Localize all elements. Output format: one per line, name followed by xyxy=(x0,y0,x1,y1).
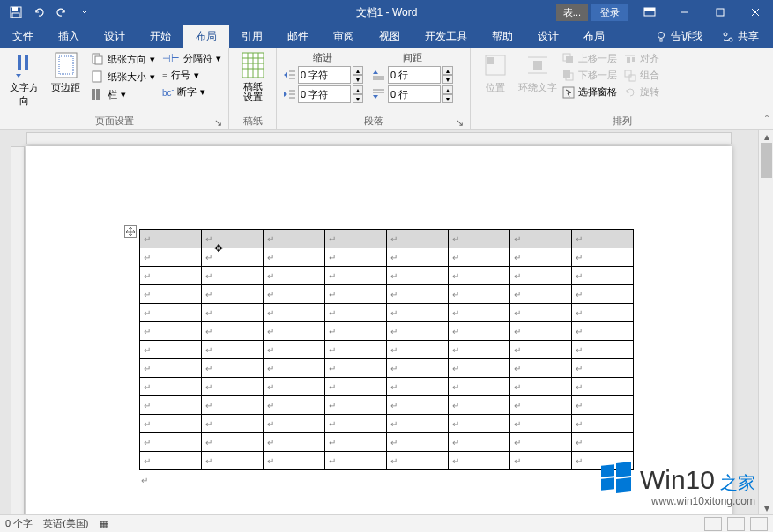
table-cell[interactable]: ↵ xyxy=(572,452,634,470)
spacing-before-down[interactable]: ▼ xyxy=(442,75,453,84)
ribbon-display-options-button[interactable] xyxy=(632,0,667,25)
spacing-after-input[interactable]: 0 行 xyxy=(388,85,441,103)
table-cell[interactable]: ↵ xyxy=(264,359,325,378)
login-button[interactable]: 登录 xyxy=(591,4,628,21)
tab-table-design[interactable]: 设计 xyxy=(525,25,571,48)
table-cell[interactable]: ↵ xyxy=(140,452,202,470)
table-cell[interactable]: ↵ xyxy=(202,378,264,396)
table-cell[interactable]: ↵ xyxy=(387,452,449,470)
table-cell[interactable]: ↵ xyxy=(264,378,325,396)
scroll-thumb[interactable] xyxy=(761,143,772,178)
indent-left-down[interactable]: ▼ xyxy=(353,75,363,84)
table-cell[interactable]: ↵ xyxy=(387,396,449,415)
table-cell[interactable]: ↵ xyxy=(387,433,449,452)
table-cell[interactable]: ↵ xyxy=(449,433,510,452)
table-cell[interactable]: ↵ xyxy=(140,322,202,341)
table-cell[interactable]: ↵ xyxy=(140,341,202,359)
table-cell[interactable]: ↵ xyxy=(510,322,572,341)
table-cell[interactable]: ↵ xyxy=(264,322,325,341)
table-cell[interactable]: ↵ xyxy=(325,452,387,470)
vertical-ruler[interactable] xyxy=(11,146,25,514)
table-cell[interactable]: ↵ xyxy=(387,304,449,322)
spacing-after-up[interactable]: ▲ xyxy=(442,85,453,94)
tab-design[interactable]: 设计 xyxy=(92,25,138,48)
table-cell[interactable]: ↵ xyxy=(572,267,634,285)
table-cell[interactable]: ↵ xyxy=(449,396,510,415)
hyphenation-button[interactable]: bc-断字▾ xyxy=(160,85,223,100)
indent-left-input[interactable]: 0 字符 xyxy=(298,66,351,84)
table-cell[interactable]: ↵ xyxy=(202,248,264,267)
maximize-button[interactable] xyxy=(702,0,738,25)
macro-recording-icon[interactable]: ▦ xyxy=(100,518,108,529)
table-cell[interactable]: ↵ xyxy=(449,452,510,470)
size-button[interactable]: 纸张大小▾ xyxy=(88,69,157,85)
table-cell[interactable]: ↵ xyxy=(325,359,387,378)
table-cell[interactable]: ↵ xyxy=(264,267,325,285)
table-row[interactable]: ↵↵↵↵↵↵↵↵ xyxy=(140,378,634,396)
table-cell[interactable]: ↵ xyxy=(510,285,572,304)
redo-button[interactable] xyxy=(51,2,72,23)
table-row[interactable]: ↵↵↵↵↵↵↵↵ xyxy=(140,230,634,248)
print-layout-button[interactable] xyxy=(727,517,745,531)
table-cell[interactable]: ↵ xyxy=(572,359,634,378)
table-cell[interactable]: ↵ xyxy=(140,304,202,322)
table-cell[interactable]: ↵ xyxy=(572,230,634,248)
table-cell[interactable]: ↵ xyxy=(572,433,634,452)
indent-left-up[interactable]: ▲ xyxy=(353,66,363,75)
table-cell[interactable]: ↵ xyxy=(510,359,572,378)
save-button[interactable] xyxy=(5,2,26,23)
table-cell[interactable]: ↵ xyxy=(449,378,510,396)
table-cell[interactable]: ↵ xyxy=(325,304,387,322)
table-cell[interactable]: ↵ xyxy=(387,267,449,285)
spacing-after-down[interactable]: ▼ xyxy=(442,94,453,103)
table-cell[interactable]: ↵ xyxy=(325,230,387,248)
table-cell[interactable]: ↵ xyxy=(387,378,449,396)
table-row[interactable]: ↵↵↵↵↵↵↵↵ xyxy=(140,248,634,267)
table-cell[interactable]: ↵ xyxy=(325,248,387,267)
table-cell[interactable]: ↵ xyxy=(140,230,202,248)
table-cell[interactable]: ↵ xyxy=(140,285,202,304)
table-cell[interactable]: ↵ xyxy=(449,285,510,304)
text-direction-button[interactable]: 文字方向 xyxy=(5,51,43,107)
table-cell[interactable]: ↵ xyxy=(264,230,325,248)
table-cell[interactable]: ↵ xyxy=(325,285,387,304)
tell-me-search[interactable]: 告诉我 xyxy=(648,26,710,48)
table-cell[interactable]: ↵ xyxy=(264,285,325,304)
horizontal-ruler[interactable] xyxy=(26,132,732,144)
table-row[interactable]: ↵↵↵↵↵↵↵↵ xyxy=(140,341,634,359)
table-cell[interactable]: ↵ xyxy=(510,230,572,248)
table-cell[interactable]: ↵ xyxy=(325,433,387,452)
scroll-up-button[interactable]: ▴ xyxy=(759,130,773,143)
page-setup-dialog-launcher[interactable]: ↘ xyxy=(212,117,223,128)
table-cell[interactable]: ↵ xyxy=(325,341,387,359)
table-cell[interactable]: ↵ xyxy=(140,433,202,452)
table-row[interactable]: ↵↵↵↵↵↵↵↵ xyxy=(140,415,634,433)
table-cell[interactable]: ↵ xyxy=(140,359,202,378)
vertical-scrollbar[interactable]: ▴ ▾ xyxy=(758,130,773,514)
selection-pane-button[interactable]: 选择窗格 xyxy=(561,85,619,100)
table-cell[interactable]: ↵ xyxy=(202,267,264,285)
table-row[interactable]: ↵↵↵↵↵↵↵↵ xyxy=(140,452,634,470)
table-cell[interactable]: ↵ xyxy=(202,415,264,433)
tab-view[interactable]: 视图 xyxy=(367,25,413,48)
table-cell[interactable]: ↵ xyxy=(572,304,634,322)
minimize-button[interactable] xyxy=(667,0,702,25)
table-cell[interactable]: ↵ xyxy=(572,378,634,396)
table-cell[interactable]: ↵ xyxy=(449,341,510,359)
table-cell[interactable]: ↵ xyxy=(140,378,202,396)
table-cell[interactable]: ↵ xyxy=(325,322,387,341)
table-cell[interactable]: ↵ xyxy=(387,341,449,359)
table-cell[interactable]: ↵ xyxy=(140,415,202,433)
line-numbers-button[interactable]: ≡行号▾ xyxy=(160,68,223,83)
table-cell[interactable]: ↵ xyxy=(387,322,449,341)
table-cell[interactable]: ↵ xyxy=(202,396,264,415)
paragraph-dialog-launcher[interactable]: ↘ xyxy=(454,117,465,128)
table-row[interactable]: ↵↵↵↵↵↵↵↵ xyxy=(140,267,634,285)
table-cell[interactable]: ↵ xyxy=(387,285,449,304)
table-cell[interactable]: ↵ xyxy=(510,341,572,359)
tab-mailings[interactable]: 邮件 xyxy=(275,25,321,48)
table-cell[interactable]: ↵ xyxy=(202,359,264,378)
qat-customize-icon[interactable] xyxy=(74,2,95,23)
table-cell[interactable]: ↵ xyxy=(325,267,387,285)
table-cell[interactable]: ↵ xyxy=(449,267,510,285)
